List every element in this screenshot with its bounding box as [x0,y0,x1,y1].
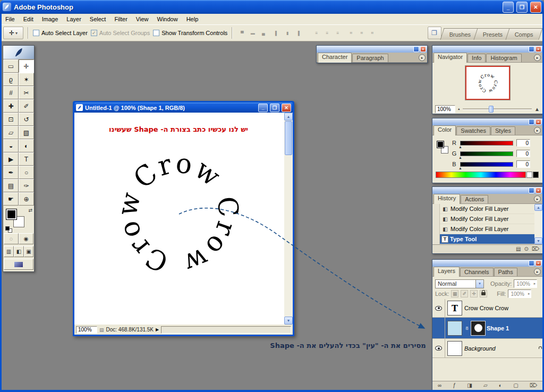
palette-close-button[interactable]: ✕ [536,188,541,193]
close-button[interactable]: ✕ [530,2,541,13]
standard-mode-button[interactable]: ◌ [4,233,19,244]
scroll-up-button[interactable]: ▲ [284,113,293,121]
scroll-down-button[interactable]: ▼ [284,317,293,325]
toolbox-feather-icon[interactable] [3,46,34,59]
layer-row-crow-text[interactable]: T Crow Crow Crow [432,299,542,318]
auto-select-layer-checkbox[interactable] [33,30,39,36]
align-vertical-centers-button[interactable]: ▬ [248,28,258,38]
green-slider-thumb[interactable]: ▲ [458,156,462,159]
scroll-down-button[interactable]: ▼ [534,237,542,244]
app-titlebar[interactable]: Adobe Photoshop _ ❐ ✕ [0,0,544,14]
history-brush-well[interactable] [432,234,440,244]
history-scrollbar[interactable]: ▲ ▼ [534,204,542,244]
layer-row-shape1-selected[interactable]: 8 Shape 1 [432,318,542,339]
type-tool[interactable]: T [19,152,34,166]
status-menu-arrow-icon[interactable]: ▶ [156,327,159,332]
edit-in-imageready-button[interactable] [4,259,33,270]
zoom-out-icon[interactable]: ▴ [458,107,460,111]
go-to-bridge-button[interactable]: ❐ [428,27,441,39]
link-layers-icon[interactable]: ∞ [438,383,441,388]
palette-minimize-button[interactable] [413,46,419,52]
align-bottom-edges-button[interactable]: ▄ [258,28,268,38]
tab-navigator[interactable]: Navigator [434,53,467,63]
ramp-black-swatch[interactable] [533,172,539,178]
color-foreground-swatch[interactable] [437,141,444,148]
new-adjustment-layer-icon[interactable]: ◐ [499,383,502,388]
menu-image[interactable]: Image [38,15,63,23]
healing-brush-tool[interactable]: ✚ [3,99,19,113]
layer-name[interactable]: Shape 1 [487,325,509,331]
palette-minimize-button[interactable] [529,119,534,125]
palette-close-button[interactable]: ✕ [420,46,426,52]
lock-pixels-icon[interactable]: ✐ [461,290,468,297]
show-transform-controls-option[interactable]: Show Transform Controls [153,30,227,36]
gradient-tool[interactable]: ▧ [19,126,34,139]
navigator-proxy-view[interactable]: Crow Crow Crow [465,66,510,100]
fill-slider-arrow-icon[interactable]: ▸ [528,292,530,296]
blur-tool[interactable]: ◒ [3,139,19,152]
lock-position-icon[interactable]: ✛ [470,290,478,297]
delete-state-icon[interactable]: ⌦ [532,246,539,252]
align-horizontal-centers-button[interactable]: ▮ [282,28,292,38]
align-right-edges-button[interactable]: ▐ [293,28,303,38]
palette-menu-button[interactable]: ▸ [534,195,541,202]
palette-close-button[interactable]: ✕ [536,260,541,266]
document-maximize-button[interactable]: ❐ [270,104,279,112]
distribute-bottom-edges-button[interactable]: ≡ [333,28,343,38]
dodge-tool[interactable]: ◐ [19,139,34,152]
opacity-slider-arrow-icon[interactable]: ▸ [534,282,536,286]
eraser-tool[interactable]: ▱ [3,126,19,139]
palette-close-button[interactable]: ✕ [536,119,541,125]
tab-styles[interactable]: Styles [491,126,515,135]
shape-tool[interactable]: ○ [19,166,34,179]
red-channel-slider[interactable]: ▲ [460,141,513,146]
visibility-toggle[interactable] [432,299,445,317]
layer-name[interactable]: Crow Crow Crow [464,305,508,311]
path-selection-tool[interactable]: ▶ [3,152,19,166]
distribute-vertical-centers-button[interactable]: ≡ [322,28,332,38]
show-transform-controls-checkbox[interactable] [153,30,159,36]
distribute-top-edges-button[interactable]: ≡ [311,28,321,38]
character-palette-titlebar[interactable]: ✕ [317,46,427,53]
opacity-field[interactable]: 100% ▸ [514,279,537,288]
history-brush-well[interactable] [432,224,440,234]
menu-select[interactable]: Select [86,15,110,23]
history-state-row[interactable]: ◧ Modify Color Fill Layer [432,214,534,224]
tab-color[interactable]: Color [434,125,456,135]
move-tool[interactable]: ✛ [19,59,34,73]
default-colors-icon[interactable] [5,226,10,231]
zoom-tool[interactable]: ⊕ [19,192,34,206]
new-group-icon[interactable]: ▱ [483,383,488,388]
tool-preset-picker[interactable]: ✛ ▾ [3,27,23,39]
fullscreen-menubar-mode-button[interactable]: ◧ [14,246,24,257]
navigator-zoom-field[interactable]: 100% [435,105,455,113]
pen-tool[interactable]: ✒ [3,166,19,179]
navigator-zoom-slider[interactable] [463,108,532,110]
brush-tool[interactable]: ✐ [19,99,34,113]
history-brush-tool[interactable]: ↺ [19,113,34,126]
history-brush-well[interactable] [432,214,440,224]
history-palette-titlebar[interactable]: ✕ [432,187,542,194]
palette-minimize-button[interactable] [529,188,534,193]
document-titlebar[interactable]: Untitled-1 @ 100% (Shape 1, RGB/8) _ ❐ ✕ [74,103,293,113]
magic-wand-tool[interactable]: ✶ [19,73,34,86]
color-palette-titlebar[interactable]: ✕ [432,118,542,125]
document-close-button[interactable]: ✕ [282,104,291,112]
palette-close-button[interactable]: ✕ [536,46,541,52]
zoom-in-icon[interactable]: ▲ [534,106,540,112]
standard-screen-mode-button[interactable]: ▥ [4,246,14,257]
crop-tool[interactable]: # [3,86,19,99]
align-top-edges-button[interactable]: ▀ [237,28,247,38]
quick-mask-mode-button[interactable]: ◉ [19,233,33,244]
menu-filter[interactable]: Filter [110,15,131,23]
distribute-left-edges-button[interactable]: ≡ [346,28,356,38]
tab-swatches[interactable]: Swatches [456,126,490,135]
new-snapshot-icon[interactable]: ⊙ [524,246,528,252]
palette-menu-button[interactable]: ▸ [419,54,426,61]
menu-window[interactable]: Window [153,15,182,23]
distribute-right-edges-button[interactable]: ≡ [367,28,378,38]
document-minimize-button[interactable]: _ [258,104,268,112]
menu-help[interactable]: Help [182,15,203,23]
palette-menu-button[interactable]: ▸ [534,54,541,61]
new-layer-icon[interactable]: ▢ [513,383,518,388]
